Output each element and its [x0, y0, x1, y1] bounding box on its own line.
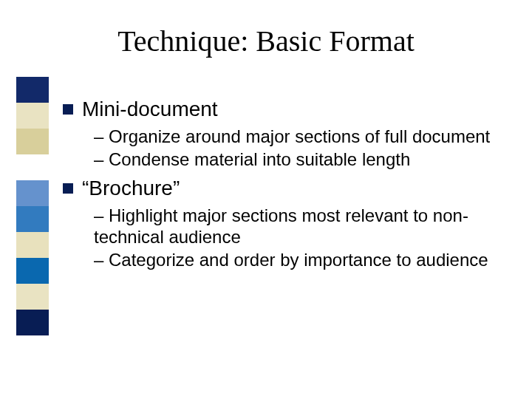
sidebar-block [16, 103, 49, 129]
sidebar-block [16, 232, 49, 258]
decorative-sidebar [16, 77, 49, 335]
bullet-level1: Mini-document [63, 98, 506, 121]
bullet-text: Mini-document [82, 98, 218, 121]
bullet-text: “Brochure” [82, 177, 180, 200]
square-bullet-icon [63, 104, 73, 115]
sidebar-block [16, 258, 49, 284]
sidebar-block [16, 154, 49, 180]
sidebar-block [16, 206, 49, 232]
square-bullet-icon [63, 183, 73, 194]
bullet-text: – Highlight major sections most relevant… [94, 205, 468, 247]
sidebar-block [16, 284, 49, 310]
bullet-level2: – Condense material into suitable length [94, 149, 506, 170]
bullet-text: – Condense material into suitable length [94, 149, 410, 169]
bullet-text: – Organize around major sections of full… [94, 126, 490, 146]
slide-content: Mini-document – Organize around major se… [63, 92, 506, 273]
sidebar-block [16, 77, 49, 103]
bullet-text: – Categorize and order by importance to … [94, 250, 488, 270]
bullet-level2: – Organize around major sections of full… [94, 126, 506, 147]
slide-title: Technique: Basic Format [0, 24, 532, 58]
bullet-level1: “Brochure” [63, 177, 506, 200]
bullet-level2: – Highlight major sections most relevant… [94, 205, 506, 248]
sidebar-block [16, 310, 49, 335]
bullet-level2: – Categorize and order by importance to … [94, 249, 506, 270]
sidebar-block [16, 180, 49, 206]
sidebar-block [16, 129, 49, 154]
